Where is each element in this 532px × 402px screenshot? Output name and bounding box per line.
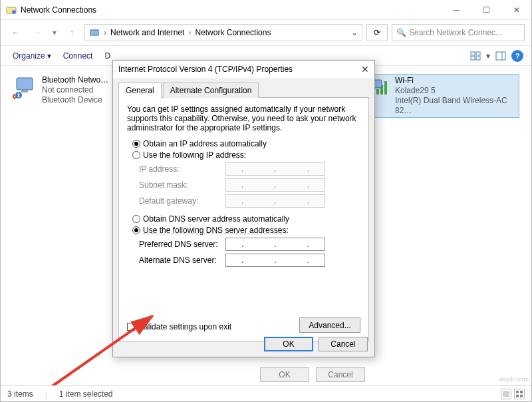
- connect-label: Connect: [63, 51, 93, 61]
- organize-button[interactable]: Organize ▾: [7, 49, 57, 63]
- connect-button[interactable]: Connect: [58, 49, 98, 63]
- tab-general[interactable]: General: [118, 83, 162, 98]
- cancel-label: Cancel: [331, 339, 355, 349]
- tab-strip: General Alternate Configuration: [118, 82, 369, 98]
- watermark-text: wsxdn.com: [499, 376, 529, 383]
- svg-rect-3: [471, 52, 475, 55]
- adapter-name: Wi-Fi: [395, 76, 517, 86]
- svg-point-1: [12, 10, 16, 14]
- adapter-status: Kolade29 5: [395, 86, 517, 96]
- chevron-down-icon[interactable]: ▾: [486, 51, 490, 61]
- ipv4-properties-dialog: Internet Protocol Version 4 (TCP/IPv4) P…: [112, 60, 375, 357]
- radio-dns-auto[interactable]: Obtain DNS server address automatically: [132, 214, 360, 224]
- item-count: 3 items: [7, 389, 33, 399]
- dialog-button-row: OK Cancel: [264, 337, 368, 351]
- dns-fields-group: Preferred DNS server:... Alternate DNS s…: [139, 238, 360, 267]
- refresh-button[interactable]: ⟳: [366, 24, 388, 41]
- up-button[interactable]: ↑: [63, 24, 80, 41]
- tab-panel-general: You can get IP settings assigned automat…: [118, 98, 369, 341]
- validate-checkbox-row[interactable]: Validate settings upon exit: [127, 322, 231, 331]
- radio-label: Obtain an IP address automatically: [143, 139, 267, 148]
- toolbar-item-label: D: [104, 51, 110, 61]
- default-gateway-label: Default gateway:: [139, 196, 225, 206]
- radio-label: Use the following IP address:: [143, 150, 246, 160]
- svg-rect-21: [516, 391, 519, 393]
- radio-label: Obtain DNS server address automatically: [143, 214, 289, 224]
- preferred-dns-label: Preferred DNS server:: [139, 240, 225, 249]
- ip-address-field: ...: [225, 162, 325, 176]
- bg-cancel-button[interactable]: Cancel: [316, 367, 365, 382]
- radio-dns-manual[interactable]: Use the following DNS server addresses:: [132, 226, 360, 235]
- subnet-mask-field: ...: [225, 178, 325, 192]
- adapter-status: Not connected: [42, 85, 108, 95]
- search-placeholder: Search Network Connec...: [409, 28, 502, 37]
- ok-label: OK: [283, 339, 294, 349]
- search-input[interactable]: 🔍 Search Network Connec...: [392, 24, 525, 41]
- svg-rect-5: [471, 57, 475, 60]
- tab-label: General: [126, 86, 154, 95]
- cancel-button[interactable]: Cancel: [319, 337, 368, 351]
- ip-fields-group: IP address:... Subnet mask:... Default g…: [139, 162, 360, 208]
- alternate-dns-field[interactable]: ...: [225, 254, 325, 267]
- advanced-button[interactable]: Advanced...: [299, 317, 360, 333]
- dialog-titlebar: Internet Protocol Version 4 (TCP/IPv4) P…: [113, 61, 374, 78]
- checkbox-icon: [127, 323, 135, 331]
- radio-ip-auto[interactable]: Obtain an IP address automatically: [132, 139, 360, 148]
- svg-rect-23: [516, 395, 519, 397]
- svg-rect-22: [520, 391, 523, 393]
- search-icon: 🔍: [396, 28, 406, 37]
- window-controls: ─ ☐ ✕: [442, 0, 531, 19]
- tab-alternate-configuration[interactable]: Alternate Configuration: [163, 83, 259, 98]
- svg-rect-9: [17, 78, 33, 90]
- view-options-icon[interactable]: [469, 49, 482, 63]
- svg-rect-2: [90, 30, 98, 35]
- svg-rect-7: [496, 52, 505, 60]
- bluetooth-adapter-icon: [13, 75, 38, 105]
- address-dropdown-icon[interactable]: ⌄: [351, 28, 358, 37]
- preferred-dns-field[interactable]: ...: [225, 238, 325, 251]
- bg-ok-button[interactable]: OK: [260, 367, 309, 382]
- address-bar-row: ← → ▾ ↑ › Network and Internet › Network…: [1, 20, 531, 46]
- svg-rect-15: [384, 81, 387, 95]
- radio-icon: [132, 140, 140, 148]
- adapter-device: Bluetooth Device: [42, 95, 108, 105]
- selection-count: 1 item selected: [59, 389, 113, 399]
- radio-label: Use the following DNS server addresses:: [143, 226, 289, 235]
- breadcrumb-part-1[interactable]: Network and Internet: [110, 28, 184, 37]
- help-icon[interactable]: ?: [511, 50, 523, 62]
- maximize-button[interactable]: ☐: [471, 0, 501, 19]
- dialog-title: Internet Protocol Version 4 (TCP/IPv4) P…: [118, 65, 293, 74]
- radio-icon: [132, 151, 140, 159]
- radio-icon: [132, 226, 140, 234]
- minimize-button[interactable]: ─: [442, 0, 471, 19]
- svg-rect-13: [376, 89, 379, 95]
- adapter-device: Intel(R) Dual Band Wireless-AC 82…: [395, 96, 517, 116]
- ip-address-label: IP address:: [139, 164, 225, 174]
- ok-button[interactable]: OK: [264, 337, 313, 351]
- alternate-dns-label: Alternate DNS server:: [139, 256, 225, 265]
- breadcrumb-part-2[interactable]: Network Connections: [195, 28, 271, 37]
- background-dialog-buttons: OK Cancel: [260, 367, 365, 382]
- preview-pane-icon[interactable]: [494, 49, 507, 63]
- status-bar: 3 items | 1 item selected: [1, 385, 531, 401]
- details-view-icon[interactable]: [501, 389, 511, 399]
- svg-rect-10: [21, 90, 28, 93]
- advanced-label: Advanced...: [309, 321, 350, 330]
- address-bar[interactable]: › Network and Internet › Network Connect…: [84, 24, 362, 41]
- breadcrumb-chevron-icon: ›: [104, 28, 106, 37]
- svg-rect-4: [476, 52, 480, 55]
- large-icons-view-icon[interactable]: [514, 389, 525, 399]
- forward-button[interactable]: →: [29, 24, 46, 41]
- back-button[interactable]: ←: [7, 24, 25, 41]
- content-area: Bluetooth Netwo… Not connected Bluetooth…: [1, 66, 531, 381]
- adapter-wifi[interactable]: Wi-Fi Kolade29 5 Intel(R) Dual Band Wire…: [365, 74, 519, 118]
- window-titlebar: Network Connections ─ ☐ ✕: [1, 0, 531, 20]
- breadcrumb-root-icon: [89, 27, 100, 39]
- close-icon[interactable]: ✕: [361, 64, 369, 75]
- organize-label: Organize: [13, 51, 45, 61]
- svg-rect-24: [520, 395, 523, 397]
- history-dropdown[interactable]: ▾: [50, 24, 59, 41]
- close-button[interactable]: ✕: [501, 0, 531, 19]
- radio-ip-manual[interactable]: Use the following IP address:: [132, 150, 360, 160]
- default-gateway-field: ...: [225, 194, 325, 208]
